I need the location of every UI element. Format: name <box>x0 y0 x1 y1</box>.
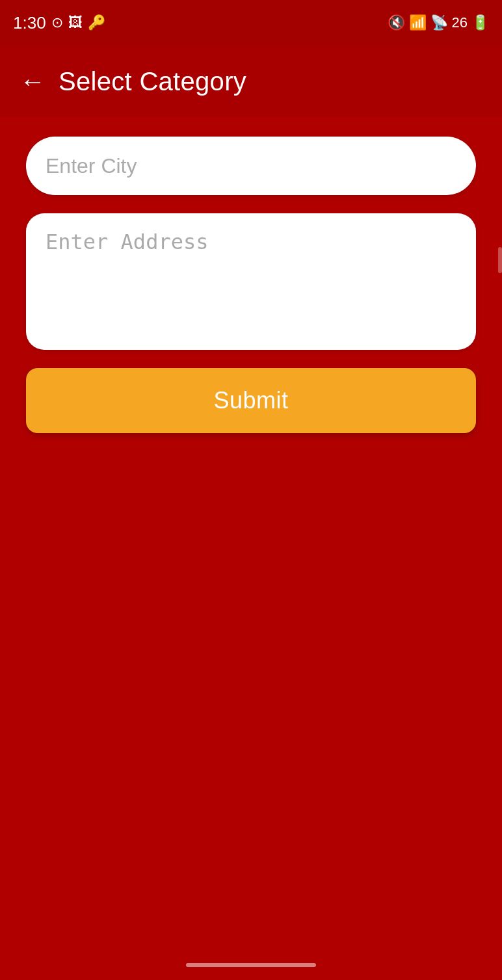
back-button[interactable]: ← <box>20 68 46 94</box>
phone-screen: 1:30 ⊙ 🖼 🔑 🔇 📶 📡 26 🔋 ← Select Category … <box>0 0 502 980</box>
key-icon: 🔑 <box>88 14 105 31</box>
status-right: 🔇 📶 📡 26 🔋 <box>388 14 489 31</box>
content-area: Submit <box>0 117 502 453</box>
battery-icon: 🔋 <box>471 14 489 31</box>
status-left: 1:30 ⊙ 🖼 🔑 <box>13 13 105 33</box>
submit-button[interactable]: Submit <box>26 368 476 433</box>
status-bar: 1:30 ⊙ 🖼 🔑 🔇 📶 📡 26 🔋 <box>0 0 502 46</box>
alarm-icon: ⊙ <box>51 14 63 31</box>
mute-icon: 🔇 <box>388 14 405 31</box>
city-input[interactable] <box>26 137 476 195</box>
wifi-icon: 📶 <box>409 14 427 31</box>
app-bar: ← Select Category <box>0 46 502 117</box>
image-icon: 🖼 <box>68 14 83 31</box>
address-input[interactable] <box>26 213 476 350</box>
status-time: 1:30 <box>13 13 46 33</box>
page-title: Select Category <box>59 67 246 96</box>
signal-icon: 📡 <box>430 14 448 31</box>
scrollbar[interactable] <box>498 247 502 273</box>
bottom-nav-indicator <box>186 963 316 967</box>
battery-level: 26 <box>452 14 468 31</box>
back-arrow-icon: ← <box>20 68 46 94</box>
